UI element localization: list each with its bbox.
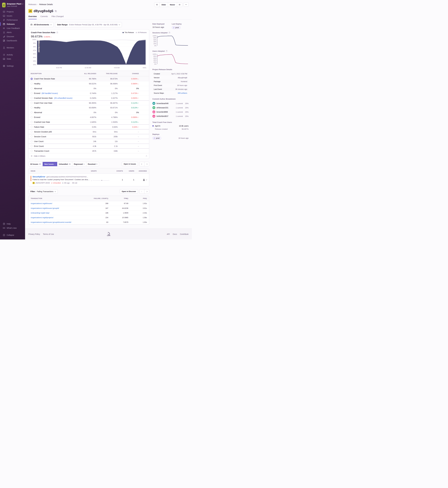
metric-row[interactable]: Crash Free User Rate 98.355% 98.467% 0.1… [29,100,149,105]
metric-row[interactable]: Crashed User Rate 1.645% 1.533% 0.112% ↓ [29,119,149,124]
sidebar-item[interactable]: Activity [0,53,25,57]
sidebar-item[interactable]: User Feedback [0,26,25,30]
legend-this-release[interactable]: This Release [122,31,134,33]
sidebar-item[interactable]: Discover [0,34,25,39]
org-switcher[interactable]: Empower Plant Jane Schmidt [0,2,25,10]
transaction-row[interactable]: /onboarding/:orgId/:step/ 186 1.0609 2.4… [29,210,149,215]
transaction-link[interactable]: /onboarding/:orgId/:step/ [31,212,86,214]
metric-radio[interactable] [31,116,33,118]
metric-row[interactable]: Healthy 93.658% 93.671% 0.013% ↑ [29,105,149,110]
metric-radio[interactable] [31,145,33,147]
metric-issues-link[interactable]: (26 unhandled issues) [54,97,72,99]
open-in-issues-button[interactable]: Open in Issues [122,162,138,166]
assignee-dropdown[interactable] [134,179,147,181]
footer-link[interactable]: Terms of Use [43,233,54,235]
issue-tab[interactable]: Resolved 0 [86,162,99,166]
date-range-selector[interactable]: Date Range: Entire Release Period (Apr 0… [55,22,122,27]
more-actions-button[interactable]: ⋯ [184,2,189,7]
metric-radio[interactable] [31,150,33,152]
transaction-link[interactable]: /organizations/:orgId/issues/:groupId/ev… [31,221,86,223]
issue-tab[interactable]: Regressed 1 [72,162,86,166]
prev-page-button[interactable] [139,189,144,194]
sidebar-item[interactable]: Performance [0,18,25,22]
issue-tab[interactable]: All Issues 90 [29,162,43,166]
older-button[interactable]: Older [160,2,168,7]
prod-deploy-pill[interactable]: prod [172,26,181,29]
metric-row[interactable]: Failure Rate 0.6% 0.63% 0.04% ↑ [29,124,149,129]
breadcrumb-releases[interactable]: Releases [28,3,36,6]
sidebar-footer-item[interactable]: What's new [0,226,25,230]
transaction-link[interactable]: /organizations/:orgId/projects/ [31,217,86,219]
metric-radio[interactable] [31,78,33,80]
metric-row[interactable]: Session Count 501k 205k – [29,134,149,139]
transaction-row[interactable]: /organizations/:orgId/issues/:groupId/ 1… [29,206,149,210]
metric-radio[interactable] [31,87,33,89]
tab[interactable]: Files Changed 11 [52,15,64,19]
legend-all-releases[interactable]: All Releases [136,31,147,33]
metric-row[interactable]: Crashed Session Rate (26 unhandled issue… [29,95,149,100]
metric-radio[interactable] [31,135,33,138]
crash-free-session-chart[interactable]: 100%99%98%97%96%95%94%93%8:00 PM12:00 AM… [31,38,146,70]
sidebar-item[interactable]: Releases [0,22,25,26]
transaction-link[interactable]: /organizations/:orgId/issues/:groupId/ [31,207,86,209]
metric-radio[interactable] [31,131,33,133]
copy-icon[interactable] [55,10,57,13]
metric-row[interactable]: Transaction Count 457k 194k – [29,148,149,153]
sidebar-item[interactable]: Stats [0,57,25,61]
issue-tab[interactable]: Unhandled 26 [57,162,72,166]
next-page-button[interactable] [144,162,149,166]
sidebar-item[interactable]: Dashboards [0,39,25,43]
help-icon[interactable]: ? [166,50,168,52]
hide-others-row[interactable]: Hide 4 Others [29,153,149,159]
transaction-row[interactable]: /organizations/:orgId/issues/ 288 67.69 … [29,201,149,206]
issue-tab[interactable]: New Issues 1 [43,162,57,166]
issue-type-link[interactable]: SecurityError [32,175,45,178]
metric-radio[interactable] [31,83,33,85]
metric-radio[interactable] [31,102,33,104]
metric-row[interactable]: Errored 4.697% 4.796% 0.099% ↑ [29,115,149,119]
metric-row[interactable]: Abnormal 0% 0% 0% [29,86,149,91]
metric-row[interactable]: User Count 24k 11k – [29,139,149,143]
transaction-filter[interactable]: Filter: Failing Transactions [28,189,58,194]
help-icon[interactable]: ? [168,32,170,34]
open-in-discover-button[interactable]: Open in Discover [120,189,138,194]
tab[interactable]: Commits 4 [40,15,48,19]
metric-row[interactable]: Healthy 99.022% 98.456% 0.566% ↓ [29,81,149,86]
sidebar-item[interactable]: Monitors [0,46,25,50]
metric-radio[interactable] [31,121,33,123]
transaction-row[interactable]: /organizations/:orgId/projects/ 154 10.0… [29,215,149,220]
next-page-button[interactable] [144,189,149,194]
metric-row[interactable]: Crash Free Session Rate 99.766% 99.673% … [29,76,149,81]
newer-button[interactable]: Newer [168,2,177,7]
prev-page-button[interactable] [139,162,144,166]
footer-link[interactable]: Contribute [180,233,189,235]
sidebar-footer-item[interactable]: Help [0,222,25,226]
help-icon[interactable]: ? [56,31,58,34]
footer-link[interactable]: Docs [173,233,177,235]
metric-radio[interactable] [31,97,33,99]
metric-radio[interactable] [31,126,33,128]
transaction-link[interactable]: /organizations/:orgId/issues/ [31,202,86,205]
environment-selector[interactable]: All Environments [28,22,54,27]
metric-radio[interactable] [31,107,33,109]
prod-deploy-pill[interactable]: prod [152,137,161,140]
sidebar-item[interactable]: Issues [0,14,25,18]
transaction-row[interactable]: /organizations/:orgId/issues/:groupId/ev… [29,220,149,224]
metric-row[interactable]: Abnormal 0% 0% 0% [29,110,149,115]
issue-row[interactable]: SecurityError getCookie(data:text/html,%… [29,174,149,186]
sidebar-item[interactable]: Alerts [0,30,25,34]
sidebar-item[interactable]: Settings [0,64,25,68]
metric-radio[interactable] [31,140,33,142]
metric-issues-link[interactable]: (68 handled issues) [42,92,58,94]
sidebar-item[interactable]: Projects [0,10,25,14]
metric-radio[interactable] [31,111,33,113]
footer-link[interactable]: Privacy Policy [28,233,40,235]
metric-row[interactable]: Error Count 4.3k 2.1k – [29,143,149,148]
metric-row[interactable]: Session Duration p50 0ms 0ms – [29,129,149,134]
skip-to-newest-button[interactable] [177,2,182,7]
tab[interactable]: Overview [28,15,37,19]
footer-link[interactable]: API [167,233,170,235]
skip-to-oldest-button[interactable] [154,2,160,7]
metric-row[interactable]: Errored (68 handled issues) 0.744% 1.217… [29,91,149,95]
metric-radio[interactable] [31,92,33,94]
